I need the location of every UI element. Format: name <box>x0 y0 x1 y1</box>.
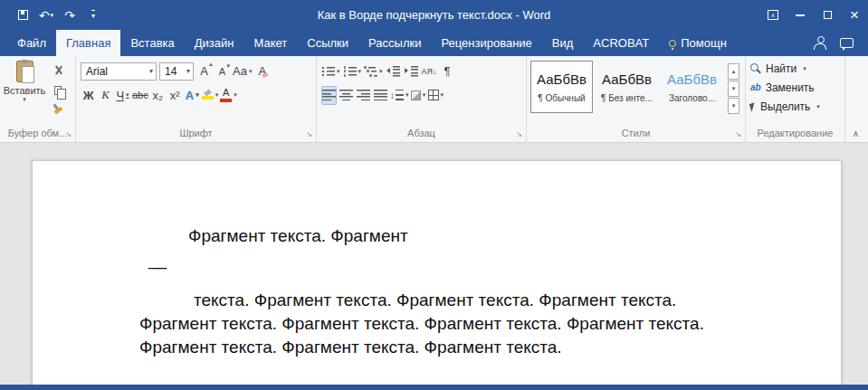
find-label: Найти <box>766 62 796 75</box>
ribbon-display-options-icon <box>768 10 778 20</box>
show-formatting-marks-button[interactable]: ¶ <box>440 62 455 81</box>
strikethrough-button[interactable]: abc <box>132 86 148 105</box>
style-heading[interactable]: АаБбВв Заголово... <box>661 61 723 113</box>
tab-review[interactable]: Рецензирование <box>431 30 541 56</box>
font-dialog-launcher[interactable] <box>304 129 314 139</box>
align-center-icon <box>339 90 353 100</box>
styles-group-label: Стили <box>529 127 742 142</box>
styles-scroll-down-button[interactable]: ▾ <box>728 81 739 97</box>
font-size-combo[interactable]: 14▾ <box>159 62 194 81</box>
font-group-label: Шрифт <box>79 127 313 142</box>
justify-button[interactable] <box>373 86 388 105</box>
document-line: Фрагмент текста. Фрагмент <box>188 226 408 246</box>
grow-font-button[interactable]: А▲ <box>196 62 212 81</box>
styles-group: АаБбВв ¶ Обычный АаБбВв ¶ Без инте... Аа… <box>527 56 746 142</box>
feedback-button[interactable] <box>840 35 854 52</box>
shading-button[interactable] <box>411 86 426 105</box>
sign-in-button[interactable] <box>814 35 825 52</box>
sort-button[interactable]: АЯ <box>422 62 437 81</box>
styles-more-button[interactable]: ▾ <box>728 98 739 114</box>
tab-design[interactable]: Дизайн <box>185 30 244 56</box>
find-button[interactable]: Найти <box>749 59 842 78</box>
tab-insert[interactable]: Вставка <box>120 30 184 56</box>
undo-dropdown-arrow[interactable]: ▾ <box>51 12 54 19</box>
clipboard-dialog-launcher[interactable] <box>63 129 73 139</box>
change-case-button[interactable]: Aa <box>233 62 252 81</box>
select-button[interactable]: Выделить <box>749 97 842 116</box>
font-row-2: Ж К Ч abc x₂ x² А А <box>79 82 313 108</box>
clipboard-group-label: Буфер обм... <box>3 127 72 142</box>
decrease-indent-button[interactable] <box>386 62 401 81</box>
font-color-button[interactable]: А <box>220 86 237 105</box>
qat-customize-button[interactable]: ▾ <box>83 5 103 26</box>
tab-view[interactable]: Вид <box>542 30 584 56</box>
save-icon <box>18 10 28 20</box>
tab-references[interactable]: Ссылки <box>297 30 358 56</box>
replace-button[interactable]: ab Заменить <box>749 78 842 97</box>
document-page[interactable]: Фрагмент текста. Фрагмент __ текста. Фра… <box>32 160 842 385</box>
text-effects-button[interactable]: А <box>185 86 200 105</box>
document-line: Фрагмент текста. Фрагмент текста. Фрагме… <box>139 338 562 357</box>
format-painter-button[interactable] <box>49 101 67 119</box>
multilevel-list-button[interactable] <box>364 62 383 81</box>
ribbon-display-options-button[interactable] <box>759 0 787 30</box>
tab-home[interactable]: Главная <box>56 30 120 56</box>
borders-button[interactable] <box>428 86 444 105</box>
styles-dialog-launcher[interactable] <box>733 129 743 139</box>
bullets-button[interactable] <box>321 62 340 81</box>
tab-acrobat[interactable]: ACROBAT <box>583 30 659 56</box>
paintbrush-icon <box>53 106 62 113</box>
text-effects-icon: А <box>186 89 194 102</box>
font-name-dropdown-arrow[interactable]: ▾ <box>147 67 153 75</box>
close-button[interactable]: × <box>841 0 868 30</box>
window-controls: × <box>759 0 868 30</box>
increase-indent-icon <box>405 66 418 77</box>
status-bar <box>0 385 868 390</box>
font-name-combo[interactable]: Arial▾ <box>81 62 157 81</box>
window-title: Как в Ворде подчеркнуть текст.docx - Wor… <box>0 8 868 22</box>
italic-button[interactable]: К <box>98 86 113 105</box>
change-case-icon: Aa <box>233 64 247 78</box>
subscript-button[interactable]: x₂ <box>150 86 166 105</box>
minimize-button[interactable] <box>787 0 814 30</box>
person-icon <box>814 36 825 48</box>
paragraph-dialog-launcher[interactable] <box>514 129 524 139</box>
tab-layout[interactable]: Макет <box>243 30 297 56</box>
style-normal[interactable]: АаБбВв ¶ Обычный <box>530 61 593 113</box>
save-button[interactable] <box>13 5 33 26</box>
collapse-ribbon-button[interactable] <box>853 128 859 138</box>
paste-button[interactable]: Вставить ▾ <box>3 59 46 119</box>
copy-button[interactable] <box>49 81 67 99</box>
undo-button[interactable]: ↶▾ <box>36 5 56 26</box>
superscript-button[interactable]: x² <box>167 86 183 105</box>
tab-file[interactable]: Файл <box>7 30 56 56</box>
underscore-mark: __ <box>148 250 166 270</box>
lightbulb-icon <box>669 40 676 47</box>
document-line: текста. Фрагмент текста. Фрагмент текста… <box>194 290 676 310</box>
bold-button[interactable]: Ж <box>81 86 96 105</box>
cut-button[interactable] <box>49 62 67 79</box>
align-right-button[interactable] <box>356 86 371 105</box>
styles-scroll-up-button[interactable]: ▴ <box>728 63 739 80</box>
tab-mailings[interactable]: Рассылки <box>358 30 431 56</box>
tab-tell-me[interactable]: Помощн <box>659 30 737 56</box>
redo-button[interactable]: ↷ <box>60 5 80 26</box>
highlight-color-button[interactable] <box>202 86 219 105</box>
align-left-button[interactable] <box>321 86 337 105</box>
paste-dropdown-arrow[interactable]: ▾ <box>23 96 26 103</box>
shrink-font-button[interactable]: А▼ <box>215 62 230 81</box>
numbering-button[interactable] <box>343 62 362 81</box>
maximize-button[interactable] <box>814 0 841 30</box>
underline-button[interactable]: Ч <box>115 86 130 105</box>
find-icon <box>750 63 761 74</box>
line-spacing-button[interactable]: ↕ <box>390 86 409 105</box>
align-left-icon <box>322 90 336 100</box>
clipboard-body: Вставить ▾ <box>3 59 72 119</box>
increase-indent-button[interactable] <box>404 62 419 81</box>
font-row-1: Arial▾ 14▾ А▲ А▼ Aa А <box>79 59 313 82</box>
font-size-dropdown-arrow[interactable]: ▾ <box>184 67 190 75</box>
minimize-icon <box>796 14 805 16</box>
style-no-spacing[interactable]: АаБбВв ¶ Без инте... <box>596 61 658 113</box>
clear-formatting-button[interactable]: А <box>254 62 270 81</box>
align-center-button[interactable] <box>339 86 354 105</box>
